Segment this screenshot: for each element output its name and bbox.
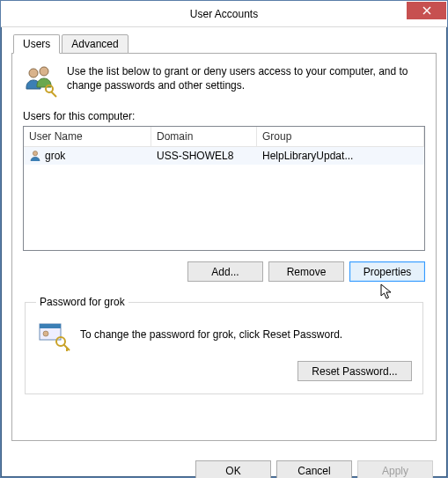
window-title: User Accounts (190, 8, 258, 20)
remove-button[interactable]: Remove (268, 261, 344, 282)
cell-username: grok (24, 147, 151, 165)
col-header-group[interactable]: Group (257, 127, 424, 146)
svg-rect-8 (40, 324, 61, 328)
intro-row: Use the list below to grant or deny user… (23, 64, 425, 99)
svg-point-3 (40, 67, 48, 76)
key-card-icon (36, 317, 71, 352)
list-buttons: Add... Remove Properties (23, 261, 425, 282)
svg-point-6 (33, 151, 37, 156)
tab-advanced[interactable]: Advanced (62, 34, 128, 54)
intro-text: Use the list below to grant or deny user… (67, 64, 425, 99)
cell-username-text: grok (45, 150, 65, 162)
password-groupbox: Password for grok To change the password… (25, 296, 423, 394)
col-header-username[interactable]: User Name (24, 127, 151, 146)
ok-button[interactable]: OK (195, 460, 271, 478)
password-legend: Password for grok (36, 296, 129, 308)
tabstrip: Users Advanced (11, 34, 437, 54)
col-header-domain[interactable]: Domain (151, 127, 257, 146)
titlebar: User Accounts (1, 1, 447, 27)
password-text: To change the password for grok, click R… (80, 328, 342, 341)
list-header: User Name Domain Group (24, 127, 424, 147)
tabpanel-users: Use the list below to grant or deny user… (11, 53, 437, 441)
add-button[interactable]: Add... (187, 261, 263, 282)
dialog-body: Users Advanced Use the list below to gra… (1, 27, 447, 452)
user-list: User Name Domain Group grok (23, 126, 425, 251)
users-keys-icon (23, 64, 58, 99)
cell-domain: USS-SHOWEL8 (151, 147, 257, 165)
properties-button[interactable]: Properties (349, 261, 425, 282)
table-row[interactable]: grok USS-SHOWEL8 HelpLibraryUpdat... (24, 147, 424, 165)
svg-point-2 (29, 69, 38, 77)
svg-line-5 (51, 92, 56, 97)
dialog-buttons: OK Cancel Apply (1, 452, 447, 478)
user-icon (29, 150, 41, 162)
tab-users[interactable]: Users (13, 34, 60, 54)
close-icon (422, 6, 431, 15)
svg-point-9 (43, 331, 48, 336)
reset-password-button[interactable]: Reset Password... (297, 361, 412, 381)
apply-button: Apply (357, 460, 433, 478)
list-label: Users for this computer: (23, 110, 425, 122)
close-button[interactable] (407, 2, 446, 19)
cell-group: HelpLibraryUpdat... (257, 147, 424, 165)
cancel-button[interactable]: Cancel (276, 460, 352, 478)
user-accounts-window: User Accounts Users Advanced (0, 0, 448, 478)
